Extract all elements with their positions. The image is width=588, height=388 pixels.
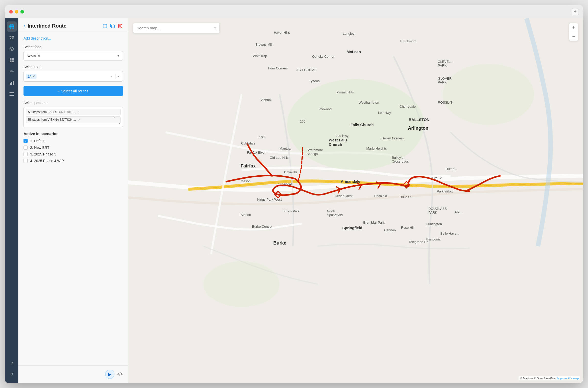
sidebar-item-pencil[interactable]: ✏ bbox=[7, 66, 17, 77]
scenario-list: 1. Default 2. New BRT 3. 2025 Phase 3 4.… bbox=[23, 139, 123, 163]
svg-rect-5 bbox=[11, 82, 12, 85]
svg-point-15 bbox=[204, 261, 280, 307]
map-area: Haver Hills Browns Mill Wolf Trap Langle… bbox=[128, 18, 583, 383]
sidebar-item-layers[interactable] bbox=[7, 44, 17, 54]
svg-rect-3 bbox=[12, 60, 14, 62]
zoom-out-button[interactable]: − bbox=[569, 32, 578, 41]
feed-select-arrow: ▾ bbox=[117, 54, 119, 58]
route-arrow: ▾ bbox=[117, 75, 121, 78]
route-tag-close[interactable]: ✕ bbox=[32, 75, 35, 78]
route-tag-label: 1A bbox=[27, 75, 31, 78]
map-search-bar[interactable]: ▾ bbox=[133, 23, 220, 33]
code-button[interactable]: </> bbox=[117, 370, 123, 379]
panel-title: Interlined Route bbox=[28, 23, 102, 29]
panel-content: Add description... Select feed WMATA ▾ S… bbox=[18, 32, 128, 365]
traffic-lights bbox=[9, 10, 24, 14]
svg-rect-1 bbox=[12, 58, 14, 60]
scenario-item-4: 4. 2025 Phase 4 WIP bbox=[23, 159, 123, 163]
scenario-4-label: 4. 2025 Phase 4 WIP bbox=[30, 159, 64, 163]
svg-rect-9 bbox=[9, 95, 14, 96]
icon-sidebar: 🌐 🗺 ✏ bbox=[5, 18, 18, 383]
panel-header-actions bbox=[102, 23, 123, 29]
scenario-2-label: 2. New BRT bbox=[30, 146, 49, 150]
svg-rect-0 bbox=[10, 58, 11, 60]
attribution-text: © Mapbox © OpenStreetMap bbox=[520, 377, 556, 380]
expand-button[interactable] bbox=[102, 23, 108, 29]
sidebar-item-help[interactable]: ? bbox=[7, 370, 17, 380]
scenario-1-checkbox[interactable] bbox=[23, 139, 28, 143]
add-tab-button[interactable]: + bbox=[572, 8, 579, 15]
cursor-mode-button[interactable]: ▶ bbox=[105, 370, 114, 379]
pattern-tag-1: 59 stops from BALLSTON STATI... ✕ bbox=[26, 109, 121, 115]
scenario-item-3: 3. 2025 Phase 3 bbox=[23, 152, 123, 156]
add-description-link[interactable]: Add description... bbox=[23, 36, 123, 40]
map-svg bbox=[128, 18, 583, 383]
feed-label: Select feed bbox=[23, 45, 123, 49]
copy-button[interactable] bbox=[110, 23, 115, 29]
route-select-wrapper: 1A ✕ × ▾ bbox=[23, 71, 123, 82]
patterns-label: Select patterns bbox=[23, 101, 123, 105]
patterns-box[interactable]: 59 stops from BALLSTON STATI... ✕ 58 sto… bbox=[23, 107, 123, 127]
svg-rect-6 bbox=[13, 81, 14, 85]
pattern-tag-2-close[interactable]: ✕ bbox=[78, 118, 80, 122]
pattern-tag-2: 58 stops from VIENNA STATION ... ✕ bbox=[26, 116, 121, 123]
route-tag-1a: 1A ✕ bbox=[26, 74, 37, 79]
zoom-in-button[interactable]: + bbox=[569, 23, 578, 32]
scenario-item-1: 1. Default bbox=[23, 139, 123, 143]
close-button[interactable] bbox=[9, 10, 13, 14]
scenario-2-checkbox[interactable] bbox=[23, 146, 28, 150]
map-zoom-controls: + − bbox=[569, 23, 578, 41]
map-search-arrow: ▾ bbox=[214, 26, 216, 30]
scenarios-title: Active in scenarios bbox=[23, 131, 123, 136]
cursor-icon: ▶ bbox=[108, 372, 111, 377]
scenario-1-label: 1. Default bbox=[30, 139, 45, 143]
svg-rect-7 bbox=[9, 92, 14, 93]
back-button[interactable]: ‹ bbox=[23, 23, 25, 29]
svg-rect-8 bbox=[9, 94, 14, 94]
code-icon: </> bbox=[117, 372, 123, 377]
svg-rect-4 bbox=[10, 83, 11, 85]
panel-footer: ▶ </> bbox=[18, 365, 128, 383]
pattern-tag-1-text: 59 stops from BALLSTON STATI... bbox=[28, 110, 75, 114]
select-all-routes-button[interactable]: + Select all routes bbox=[23, 86, 123, 96]
feed-select-wrapper: WMATA ▾ bbox=[23, 51, 123, 61]
maximize-button[interactable] bbox=[20, 10, 24, 14]
pattern-tag-2-text: 58 stops from VIENNA STATION ... bbox=[28, 118, 76, 122]
app-body: 🌐 🗺 ✏ bbox=[5, 18, 583, 383]
titlebar: + bbox=[5, 5, 583, 18]
improve-map-link[interactable]: Improve this map bbox=[557, 377, 579, 380]
map-search-input[interactable] bbox=[137, 26, 214, 30]
route-label: Select route bbox=[23, 65, 123, 69]
sidebar-item-chart[interactable] bbox=[7, 78, 17, 88]
svg-rect-2 bbox=[10, 60, 11, 62]
feed-value: WMATA bbox=[27, 54, 40, 58]
sidebar-item-map[interactable]: 🗺 bbox=[7, 33, 17, 43]
app-window: + 🌐 🗺 ✏ bbox=[5, 5, 583, 383]
sidebar-item-globe[interactable]: 🌐 bbox=[7, 21, 17, 32]
patterns-clear-all[interactable]: × bbox=[113, 115, 115, 119]
route-divider bbox=[115, 74, 115, 79]
left-panel: ‹ Interlined Route bbox=[18, 18, 128, 383]
map-attribution: © Mapbox © OpenStreetMap Improve this ma… bbox=[519, 376, 580, 380]
svg-point-14 bbox=[443, 64, 534, 125]
svg-point-13 bbox=[287, 79, 424, 170]
panel-header: ‹ Interlined Route bbox=[18, 18, 128, 32]
sidebar-item-list[interactable] bbox=[7, 89, 17, 99]
svg-rect-10 bbox=[112, 25, 114, 28]
sidebar-item-grid[interactable] bbox=[7, 55, 17, 65]
minimize-button[interactable] bbox=[15, 10, 18, 14]
route-select[interactable]: 1A ✕ × ▾ bbox=[23, 71, 123, 82]
scenario-item-2: 2. New BRT bbox=[23, 146, 123, 150]
patterns-arrow: ▾ bbox=[119, 122, 121, 125]
feed-select[interactable]: WMATA ▾ bbox=[23, 51, 123, 61]
sidebar-item-arrow[interactable]: ↗ bbox=[7, 358, 17, 369]
delete-button[interactable] bbox=[118, 23, 123, 29]
pattern-tag-1-close[interactable]: ✕ bbox=[77, 110, 80, 114]
route-clear-all[interactable]: × bbox=[110, 74, 114, 78]
scenario-3-checkbox[interactable] bbox=[23, 152, 28, 156]
scenario-4-checkbox[interactable] bbox=[23, 159, 28, 163]
scenario-3-label: 3. 2025 Phase 3 bbox=[30, 152, 56, 156]
